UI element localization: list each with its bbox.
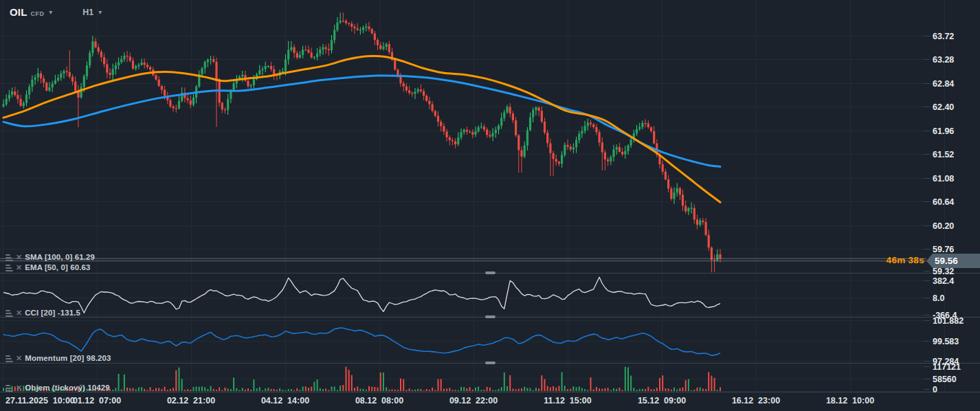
indicator-label: Momentum [20] 98.203 xyxy=(25,354,111,362)
bar-countdown-timer: 46m 38s xyxy=(852,255,924,265)
axis-label: 63.72 xyxy=(933,32,954,41)
indicator-settings-icon[interactable] xyxy=(5,264,13,271)
indicator-remove-icon[interactable]: ✕ xyxy=(16,263,22,271)
time-axis-label: 09.12 22:00 xyxy=(449,396,498,406)
axis-label: 58560 xyxy=(933,375,957,384)
panel-resize-handle[interactable] xyxy=(485,362,495,364)
time-axis-label: 15.12 09:00 xyxy=(638,396,686,406)
time-axis-label: 11.12 15:00 xyxy=(544,396,592,406)
time-axis-label: 08.12 08:00 xyxy=(355,396,403,406)
indicator-legend-momentum: ✕ Momentum [20] 98.203 xyxy=(5,353,111,363)
indicator-label: CCI [20] -131.5 xyxy=(25,309,80,317)
indicator-settings-icon[interactable] xyxy=(5,355,13,362)
indicator-settings-icon[interactable] xyxy=(5,309,13,317)
timeframe-selector[interactable]: H1 ▾ xyxy=(82,8,102,17)
axis-label: 382.4 xyxy=(933,276,954,286)
current-price-tag: 59.56 xyxy=(926,254,980,268)
time-axis-label: 04.12 14:00 xyxy=(261,396,309,406)
axis-label: 60.64 xyxy=(933,197,954,207)
panel-resize-handle[interactable] xyxy=(485,271,495,274)
time-axis-label: 16.12 23:00 xyxy=(732,396,780,406)
axis-label: 61.96 xyxy=(933,126,954,136)
indicator-remove-icon[interactable]: ✕ xyxy=(16,309,22,317)
chevron-down-icon: ▾ xyxy=(98,8,102,16)
axis-label: 62.40 xyxy=(933,102,954,112)
indicator-legend-cci: ✕ CCI [20] -131.5 xyxy=(5,308,80,318)
indicator-label: Objem (tickový) 10429 xyxy=(25,384,110,392)
axis-label: 62.84 xyxy=(933,79,954,89)
time-axis-label: 02.12 21:00 xyxy=(167,396,215,406)
axis-label: 101.882 xyxy=(933,316,964,326)
axis-label: 60.20 xyxy=(933,221,954,231)
indicator-remove-icon[interactable]: ✕ xyxy=(16,354,22,362)
symbol-name: OIL xyxy=(10,6,27,18)
axis-label: 63.28 xyxy=(933,55,954,65)
indicator-remove-icon[interactable]: ✕ xyxy=(16,253,22,261)
chart-toolbar: OIL CFD ▾ H1 ▾ xyxy=(10,6,102,18)
indicator-label: SMA [100, 0] 61.29 xyxy=(25,253,95,261)
axis-label: 8.0 xyxy=(933,293,944,303)
time-axis-label: 27.11.2025 10:00 xyxy=(5,396,75,406)
trading-chart-app: 63.7263.2862.8462.4061.9661.5261.0860.64… xyxy=(0,0,980,411)
indicator-legend-volume: ✕ Objem (tickový) 10429 xyxy=(5,383,110,392)
indicator-legend-ema: ✕ EMA [50, 0] 60.63 xyxy=(5,263,90,272)
current-price-value: 59.56 xyxy=(926,256,958,266)
panel-resize-handle[interactable] xyxy=(485,315,495,318)
indicator-remove-icon[interactable]: ✕ xyxy=(16,384,22,392)
symbol-selector[interactable]: OIL CFD ▾ xyxy=(10,6,52,18)
instrument-type-label: CFD xyxy=(31,10,45,17)
chevron-down-icon: ▾ xyxy=(49,8,52,16)
axis-label: 59.76 xyxy=(933,245,954,254)
time-axis[interactable]: 27.11.2025 10:0001.12 07:0002.12 21:0004… xyxy=(0,392,980,411)
axis-label: 61.08 xyxy=(933,174,954,184)
indicator-label: EMA [50, 0] 60.63 xyxy=(25,263,90,271)
axis-label: 99.583 xyxy=(933,337,959,346)
indicator-settings-icon[interactable] xyxy=(5,384,13,392)
indicator-settings-icon[interactable] xyxy=(5,254,13,261)
time-axis-label: 18.12 10:00 xyxy=(826,396,874,406)
timeframe-label: H1 xyxy=(82,8,93,17)
time-axis-label: 01.12 07:00 xyxy=(73,396,121,406)
price-chart-canvas[interactable]: 63.7263.2862.8462.4061.9661.5261.0860.64… xyxy=(0,0,980,411)
axis-label: 117121 xyxy=(933,362,961,372)
axis-label: 61.52 xyxy=(933,150,954,159)
indicator-legend-sma: ✕ SMA [100, 0] 61.29 xyxy=(5,252,95,262)
